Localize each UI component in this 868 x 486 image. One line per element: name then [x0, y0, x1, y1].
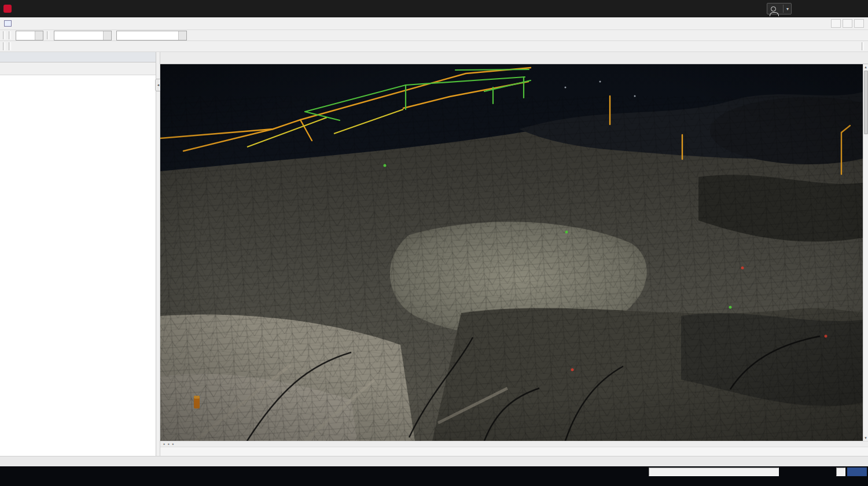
view-pane: ▲ ▼ • • • — [160, 52, 868, 456]
flag-combo[interactable] — [16, 31, 43, 41]
status-area — [0, 466, 868, 486]
main-area: ◄ — [0, 52, 868, 456]
database-tree — [0, 75, 156, 456]
mdi-window-controls — [831, 19, 867, 28]
toolbar-grip[interactable] — [9, 42, 11, 50]
horizontal-splitter[interactable]: • • • — [160, 441, 868, 447]
zoom-status — [649, 467, 779, 476]
keyboard-status-cluster — [847, 467, 867, 476]
mdi-minimize-button[interactable] — [831, 19, 841, 28]
minimize-button[interactable] — [808, 3, 825, 14]
app-window: ▾ — [0, 0, 868, 486]
status-message-row — [0, 476, 868, 486]
toolbar-grip[interactable] — [3, 42, 5, 50]
toolbar-grip[interactable] — [9, 31, 11, 39]
chevron-down-icon[interactable] — [178, 31, 186, 40]
close-button[interactable] — [847, 3, 865, 14]
maximize-button[interactable] — [827, 3, 845, 14]
window-controls — [808, 3, 865, 14]
toolbar-grip[interactable] — [47, 31, 49, 39]
scroll-up-icon[interactable]: ▲ — [864, 64, 867, 70]
grid-object-combo[interactable] — [54, 31, 112, 41]
menu-bar — [0, 17, 868, 30]
status-bar — [0, 466, 868, 476]
mdi-restore-button[interactable] — [843, 19, 852, 28]
chevron-down-icon: ▾ — [783, 5, 789, 13]
vertical-scrollbar[interactable]: ▲ ▼ — [863, 64, 868, 441]
panel-splitter[interactable]: ◄ — [156, 52, 160, 456]
app-icon — [3, 5, 12, 13]
database-panel-header — [0, 52, 156, 62]
toolbar-grip[interactable] — [862, 42, 864, 50]
title-bar: ▾ — [0, 0, 868, 17]
left-dock-tabs — [0, 456, 160, 466]
readwrite-status — [836, 467, 845, 476]
user-icon — [771, 6, 776, 12]
toolbar-grip[interactable] — [3, 31, 5, 39]
mdi-close-button[interactable] — [854, 19, 864, 28]
database-panel-toolbar — [0, 62, 156, 75]
toolbar-main — [0, 30, 868, 41]
close-panel-button[interactable] — [145, 53, 153, 61]
scrollbar-thumb[interactable] — [864, 71, 868, 134]
view-tabs — [160, 52, 868, 64]
chevron-down-icon[interactable] — [103, 31, 111, 40]
splitter-grip-icon: • • • — [163, 443, 174, 446]
float-panel-button[interactable] — [136, 53, 145, 61]
3d-terrain-scene — [160, 64, 863, 441]
scroll-down-icon[interactable]: ▼ — [864, 435, 867, 441]
user-menu[interactable]: ▾ — [767, 3, 792, 14]
output-panel-toolbar — [160, 447, 868, 456]
mdi-document-icon — [4, 20, 12, 27]
chevron-down-icon[interactable] — [35, 31, 43, 40]
toolbar-group-3d — [860, 42, 866, 50]
toolbar-network — [0, 41, 868, 52]
docked-tabs-row — [0, 456, 868, 466]
3d-viewport[interactable] — [160, 64, 863, 441]
scenario-combo[interactable] — [116, 31, 187, 41]
database-panel — [0, 52, 156, 456]
